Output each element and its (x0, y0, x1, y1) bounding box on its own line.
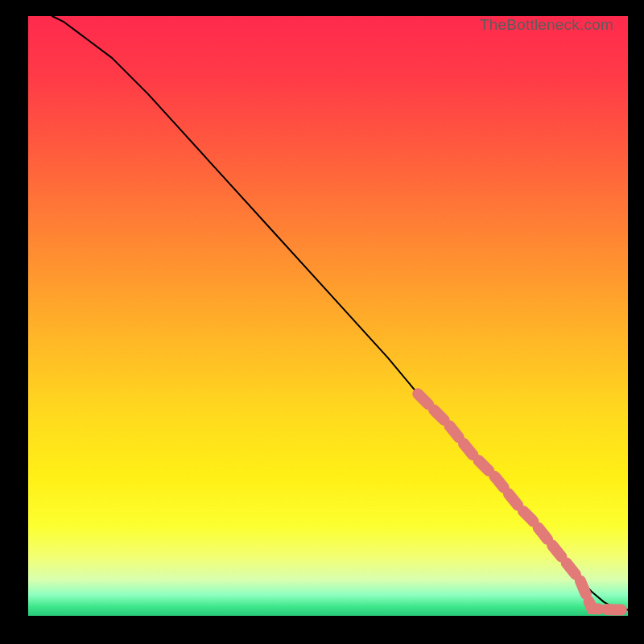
chart-svg (28, 16, 628, 616)
chart-background: TheBottleneck.com (28, 16, 628, 616)
curve-line (52, 16, 628, 610)
highlight-dots (418, 394, 628, 609)
